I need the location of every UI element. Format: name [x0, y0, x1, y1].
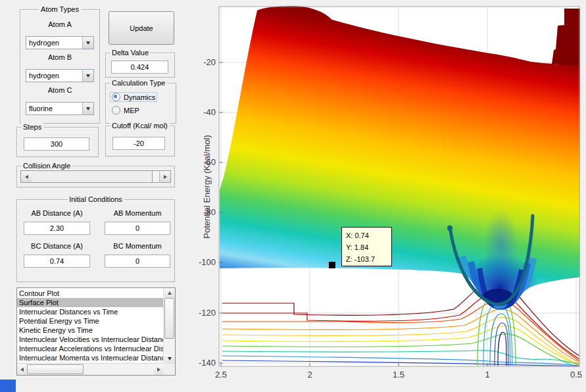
listbox-items: Contour Plot Surface Plot Internuclear D… — [17, 289, 164, 364]
y-axis-label: Potential Energy (Kcal/mol) — [202, 135, 212, 239]
collision-angle-panel: Collision Angle — [16, 166, 175, 187]
arrow-left-icon — [25, 175, 28, 179]
slider-left-button[interactable] — [21, 171, 32, 182]
atom-c-label: Atom C — [20, 86, 99, 95]
bc-momentum-field[interactable] — [105, 255, 170, 268]
x-tick-label: 0.5 — [562, 370, 586, 380]
plot-type-listbox[interactable]: Contour Plot Surface Plot Internuclear D… — [16, 287, 176, 376]
calculation-type-title: Calculation Type — [110, 78, 167, 87]
arrow-left-icon — [20, 368, 24, 372]
cutoff-title: Cutoff (Kcal/ mol) — [110, 121, 170, 130]
list-item-selected[interactable]: Surface Plot — [17, 298, 164, 307]
slider-thumb[interactable] — [32, 171, 153, 182]
radio-selected-icon[interactable] — [112, 93, 120, 101]
bc-distance-field[interactable] — [24, 255, 90, 268]
ab-momentum-field[interactable] — [105, 222, 170, 235]
datatip-z: Z: -103.7 — [346, 253, 391, 265]
radio-mep[interactable]: MEP — [110, 105, 141, 115]
scroll-left-button[interactable] — [17, 364, 27, 375]
list-item[interactable]: Contour Plot — [17, 289, 164, 298]
chevron-down-icon — [86, 107, 90, 110]
y-tick-label: -120 — [188, 308, 216, 318]
scroll-up-button[interactable] — [164, 288, 175, 298]
atom-b-value: hydrogen — [29, 70, 59, 82]
arrow-down-icon — [168, 357, 172, 360]
dropdown-arrow-icon[interactable] — [82, 37, 93, 49]
atom-c-value: fluorine — [29, 103, 53, 114]
list-item[interactable]: Internuclear Accelerations vs Internucle… — [17, 344, 164, 353]
atom-a-dropdown[interactable]: hydrogen — [26, 36, 94, 49]
list-item[interactable]: Internuclear Velocities vs Internuclear … — [17, 335, 164, 344]
dropdown-arrow-icon[interactable] — [82, 103, 93, 114]
bc-momentum-label: BC Momentum — [105, 242, 170, 251]
delta-value-field[interactable] — [111, 61, 168, 74]
atom-a-label: Atom A — [20, 20, 99, 29]
slider-right-button[interactable] — [159, 171, 170, 182]
figure-window: -20 -40 -60 -80 -100 -120 -140 2.5 2 1.5… — [0, 0, 586, 392]
atom-c-dropdown[interactable]: fluorine — [26, 102, 94, 115]
initial-conditions-title: Initial Conditions — [67, 195, 124, 204]
horizontal-scrollbar[interactable] — [17, 363, 164, 375]
atom-b-label: Atom B — [20, 53, 99, 62]
atom-types-title: Atom Types — [39, 5, 81, 14]
y-tick-label: -100 — [188, 258, 216, 267]
bc-distance-label: BC Distance (A) — [24, 242, 90, 251]
ab-distance-field[interactable] — [24, 222, 90, 235]
calculation-type-panel: Calculation Type Dynamics MEP — [105, 83, 176, 124]
cutoff-panel: Cutoff (Kcal/ mol) — [105, 126, 175, 157]
datatip[interactable]: X: 0.74 Y: 1.84 Z: -103.7 — [341, 227, 392, 266]
arrow-right-icon — [164, 175, 167, 179]
x-tick-label: 2.5 — [207, 370, 235, 380]
scroll-right-button[interactable] — [154, 364, 164, 375]
arrow-right-icon — [157, 368, 160, 372]
atom-types-panel: Atom Types Atom A hydrogen Atom B hydrog… — [20, 9, 100, 124]
chevron-down-icon — [86, 74, 90, 78]
cutoff-field[interactable] — [112, 137, 165, 150]
datatip-marker[interactable] — [329, 262, 335, 268]
update-button[interactable]: Update — [109, 11, 174, 45]
x-tick-label: 2 — [296, 370, 324, 380]
steps-field[interactable] — [24, 137, 89, 151]
ab-momentum-label: AB Momentum — [105, 209, 170, 218]
steps-panel: Steps — [16, 127, 99, 157]
scroll-down-button[interactable] — [164, 354, 175, 364]
trajectory-start — [447, 226, 452, 231]
atom-a-value: hydrogen — [29, 37, 59, 49]
delta-value-panel: Delta Value — [105, 53, 175, 78]
radio-dynamics-label: Dynamics — [124, 93, 155, 101]
vertical-scroll-thumb[interactable] — [164, 298, 174, 339]
initial-conditions-panel: Initial Conditions AB Distance (A) AB Mo… — [16, 199, 175, 282]
radio-dynamics[interactable]: Dynamics — [110, 92, 157, 102]
list-item[interactable]: Internuclear Distances vs Time — [17, 307, 164, 316]
screen-corner-fragment — [0, 380, 16, 392]
arrow-up-icon — [168, 291, 172, 295]
atom-b-dropdown[interactable]: hydrogen — [26, 69, 94, 82]
chevron-down-icon — [86, 41, 90, 45]
delta-value-title: Delta Value — [110, 48, 151, 57]
datatip-x: X: 0.74 — [346, 230, 391, 241]
collision-angle-slider[interactable] — [20, 170, 171, 183]
list-item[interactable]: Potential Energy vs Time — [17, 316, 164, 326]
y-tick-label: -140 — [188, 358, 216, 368]
collision-angle-title: Collision Angle — [21, 161, 72, 170]
y-tick-label: -20 — [188, 58, 216, 67]
ab-distance-label: AB Distance (A) — [24, 209, 90, 218]
horizontal-scroll-thumb[interactable] — [27, 364, 84, 374]
x-tick-label: 1 — [474, 370, 501, 380]
y-tick-label: -40 — [188, 108, 216, 117]
radio-unselected-icon[interactable] — [112, 106, 120, 114]
list-item[interactable]: Internuclear Momenta vs Internuclear Dis… — [17, 353, 164, 362]
list-item[interactable]: Kinetic Energy vs Time — [17, 326, 164, 335]
radio-mep-label: MEP — [124, 107, 139, 114]
datatip-y: Y: 1.84 — [346, 241, 391, 253]
x-tick-label: 1.5 — [385, 370, 412, 380]
dropdown-arrow-icon[interactable] — [82, 70, 93, 82]
vertical-scrollbar[interactable] — [163, 288, 175, 364]
scrollbar-corner — [164, 364, 175, 375]
steps-title: Steps — [21, 122, 43, 132]
